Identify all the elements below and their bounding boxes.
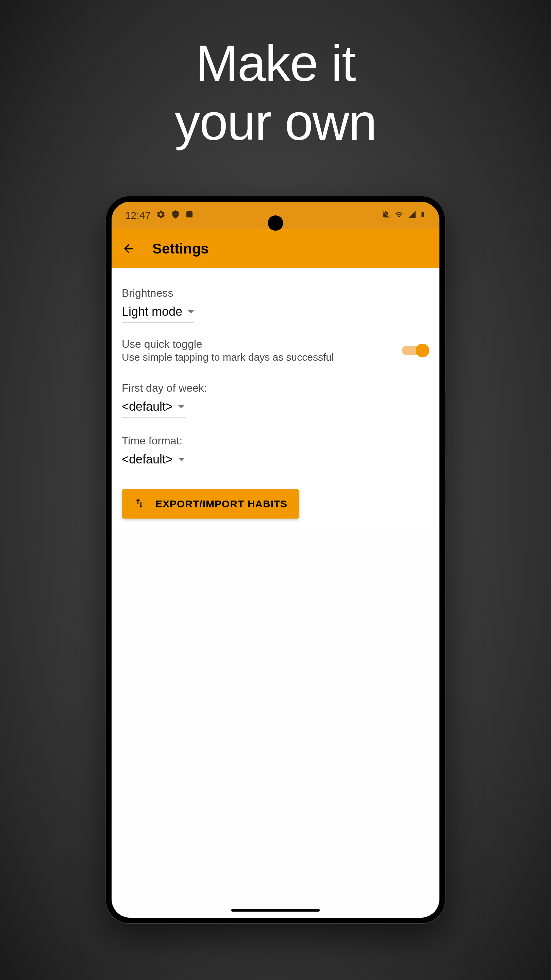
brightness-setting: Brightness Light mode	[122, 278, 429, 331]
settings-content: Brightness Light mode Use quick toggle U…	[111, 268, 440, 529]
app-bar: Settings	[111, 229, 440, 268]
quick-toggle-switch[interactable]	[402, 344, 429, 357]
chevron-down-icon	[178, 458, 185, 461]
battery-icon	[420, 210, 426, 221]
brightness-value: Light mode	[122, 305, 182, 319]
page-title: Settings	[152, 240, 209, 257]
time-format-setting: Time format: <default>	[122, 426, 429, 479]
phone-screen: 12:47	[111, 202, 440, 918]
signal-icon	[408, 210, 416, 221]
gear-icon	[156, 210, 166, 221]
brightness-dropdown[interactable]: Light mode	[122, 305, 194, 323]
export-import-button[interactable]: EXPORT/IMPORT HABITS	[122, 489, 299, 519]
arrow-back-icon	[122, 242, 135, 256]
chevron-down-icon	[187, 310, 194, 313]
quick-toggle-text: Use quick toggle Use simple tapping to m…	[122, 338, 402, 363]
navigation-bar-handle[interactable]	[231, 909, 320, 912]
chevron-down-icon	[178, 405, 185, 408]
import-export-icon	[134, 498, 145, 510]
brightness-label: Brightness	[122, 287, 429, 299]
promo-title: Make it your own	[175, 34, 376, 151]
status-bar-left: 12:47	[125, 210, 194, 221]
first-day-setting: First day of week: <default>	[122, 373, 429, 426]
phone-side-button	[445, 393, 447, 454]
bell-off-icon	[381, 210, 391, 221]
first-day-label: First day of week:	[122, 382, 429, 395]
quick-toggle-title: Use quick toggle	[122, 338, 402, 350]
status-time: 12:47	[125, 210, 151, 221]
first-day-dropdown[interactable]: <default>	[122, 399, 186, 417]
time-format-label: Time format:	[122, 434, 429, 447]
time-format-dropdown[interactable]: <default>	[122, 452, 186, 470]
shield-icon	[171, 210, 180, 221]
wifi-icon	[394, 210, 404, 221]
switch-thumb	[416, 344, 429, 357]
clipboard-icon	[185, 210, 194, 221]
quick-toggle-subtitle: Use simple tapping to mark days as succe…	[122, 352, 402, 363]
first-day-value: <default>	[122, 399, 173, 414]
back-button[interactable]	[122, 242, 135, 256]
status-bar-right	[381, 210, 426, 221]
export-import-label: EXPORT/IMPORT HABITS	[156, 498, 287, 510]
quick-toggle-setting: Use quick toggle Use simple tapping to m…	[122, 331, 429, 373]
promo-line2: your own	[175, 94, 376, 151]
phone-side-button	[445, 475, 447, 509]
phone-frame: 12:47	[105, 196, 446, 924]
promo-line1: Make it	[195, 35, 355, 92]
time-format-value: <default>	[122, 452, 173, 466]
phone-camera-cutout	[268, 215, 283, 231]
